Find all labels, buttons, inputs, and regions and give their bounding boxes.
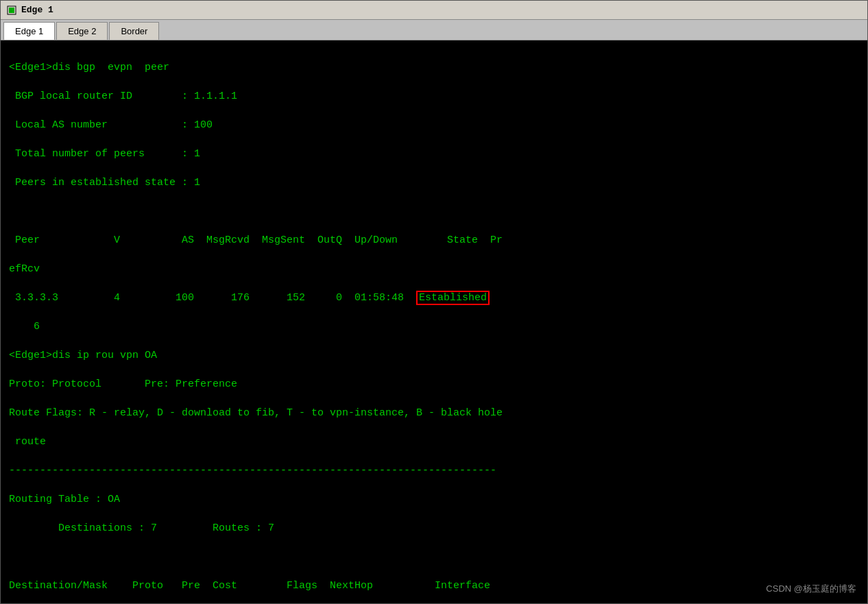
tab-edge2[interactable]: Edge 2 [56, 22, 108, 40]
tab-bar: Edge 1 Edge 2 Border [1, 20, 867, 40]
svg-rect-1 [9, 8, 14, 13]
main-window: Edge 1 Edge 1 Edge 2 Border <Edge1>dis b… [0, 0, 868, 604]
tab-border[interactable]: Border [109, 22, 159, 40]
line-18 [9, 550, 859, 564]
line-10: 6 [9, 319, 859, 334]
line-14: route [9, 435, 859, 449]
tab-edge1[interactable]: Edge 1 [3, 22, 55, 40]
line-6 [9, 204, 859, 219]
established-highlight: Established [416, 291, 490, 305]
line-13: Route Flags: R - relay, D - download to … [9, 406, 859, 420]
line-8: efRcv [9, 262, 859, 276]
window-title: Edge 1 [21, 5, 53, 15]
terminal-area[interactable]: <Edge1>dis bgp evpn peer BGP local route… [1, 40, 867, 603]
line-19: Destination/Mask Proto Pre Cost Flags Ne… [9, 579, 859, 593]
line-9: 3.3.3.3 4 100 176 152 0 01:58:48 Establi… [9, 291, 859, 305]
line-1: <Edge1>dis bgp evpn peer [9, 60, 859, 75]
window-icon [6, 5, 17, 16]
line-16: Routing Table : OA [9, 492, 859, 507]
line-4: Total number of peers : 1 [9, 147, 859, 161]
line-2: BGP local router ID : 1.1.1.1 [9, 89, 859, 104]
terminal-output: <Edge1>dis bgp evpn peer BGP local route… [9, 46, 859, 603]
line-12: Proto: Protocol Pre: Preference [9, 377, 859, 391]
line-11: <Edge1>dis ip rou vpn OA [9, 348, 859, 363]
line-7: Peer V AS MsgRcvd MsgSent OutQ Up/Down S… [9, 233, 859, 247]
line-15: ----------------------------------------… [9, 463, 859, 478]
line-3: Local AS number : 100 [9, 118, 859, 132]
watermark: CSDN @杨玉庭的博客 [766, 583, 856, 595]
title-bar: Edge 1 [1, 1, 867, 20]
line-5: Peers in established state : 1 [9, 176, 859, 190]
line-17: Destinations : 7 Routes : 7 [9, 521, 859, 535]
